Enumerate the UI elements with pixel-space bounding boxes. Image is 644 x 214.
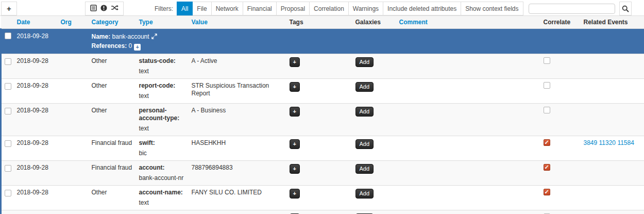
attribute-category: Financial fraud — [89, 161, 136, 186]
list-icon[interactable] — [90, 5, 97, 13]
attribute-comment — [396, 54, 540, 79]
toolbar-icon-group — [85, 2, 124, 15]
add-tag-button[interactable]: + — [290, 189, 300, 199]
attribute-comment — [396, 210, 540, 214]
attribute-org — [58, 136, 89, 161]
column-header-type[interactable]: Type — [136, 16, 189, 29]
attribute-org — [58, 186, 89, 210]
related-event-link[interactable]: 3849 — [584, 139, 598, 146]
add-galaxy-button[interactable]: Add — [355, 189, 374, 199]
object-name: bank-account — [112, 33, 149, 40]
related-event-link[interactable]: 11320 — [599, 139, 616, 146]
related-events-cell — [581, 54, 644, 79]
attribute-value: FANY SILU CO. LIMITED — [189, 186, 286, 210]
correlate-checkbox[interactable] — [544, 107, 550, 113]
add-galaxy-button[interactable]: Add — [355, 57, 374, 67]
filter-tab-financial[interactable]: Financial — [243, 2, 277, 15]
add-tag-button[interactable]: + — [290, 139, 300, 149]
column-header-org[interactable]: Org — [58, 16, 89, 29]
correlate-checkbox[interactable] — [544, 189, 550, 195]
attribute-comment — [396, 79, 540, 104]
attribute-org — [58, 54, 89, 79]
add-galaxy-button[interactable]: Add — [355, 107, 374, 117]
attribute-type: swift:bic — [136, 136, 189, 161]
filter-tab-network[interactable]: Network — [212, 2, 243, 15]
filter-tab-include-deleted[interactable]: Include deleted attributes — [383, 2, 461, 15]
correlate-checkbox[interactable] — [544, 164, 550, 171]
related-events-cell — [581, 210, 644, 214]
column-header-tags: Tags — [286, 16, 352, 29]
column-header-comment[interactable]: Comment — [396, 16, 540, 29]
attribute-row: 2018-09-28 Other report-code:text STR Su… — [1, 79, 644, 104]
attribute-org — [58, 79, 89, 104]
add-attribute-button[interactable]: + — [1, 2, 17, 15]
filter-tab-show-context[interactable]: Show context fields — [461, 2, 523, 15]
attribute-category: Other — [89, 186, 136, 210]
add-tag-button[interactable]: + — [290, 82, 300, 92]
attribute-org — [58, 104, 89, 136]
column-header-category[interactable]: Category — [89, 16, 136, 29]
filter-tab-proposal[interactable]: Proposal — [277, 2, 310, 15]
select-attribute-checkbox[interactable] — [5, 83, 11, 90]
column-header-date[interactable]: Date — [14, 16, 58, 29]
filter-tab-file[interactable]: File — [193, 2, 211, 15]
column-header-value[interactable]: Value — [189, 16, 286, 29]
column-header-correlate: Correlate — [540, 16, 581, 29]
attribute-type: status-code:text — [136, 54, 189, 79]
related-events-cell — [581, 186, 644, 210]
add-galaxy-button[interactable]: Add — [355, 82, 374, 92]
attribute-row: 2018-09-28 Other account-name:text FANY … — [1, 186, 644, 210]
select-attribute-checkbox[interactable] — [5, 108, 11, 114]
search-wrap — [523, 2, 619, 15]
object-references-label: References: — [92, 42, 127, 50]
attribute-category: Financial fraud — [89, 136, 136, 161]
select-attribute-checkbox[interactable] — [5, 140, 11, 147]
select-object-checkbox[interactable] — [5, 32, 11, 39]
add-tag-button[interactable]: + — [290, 164, 300, 174]
attribute-type: account:bank-account-nr — [136, 161, 189, 186]
attribute-category: Other — [89, 79, 136, 104]
filter-tab-warnings[interactable]: Warnings — [349, 2, 383, 15]
attribute-date: 2018-09-28 — [14, 161, 58, 186]
add-galaxy-button[interactable]: Add — [355, 164, 374, 174]
attribute-org — [58, 161, 89, 186]
related-event-link[interactable]: 11584 — [617, 139, 634, 146]
resize-arrows-icon[interactable] — [151, 34, 157, 41]
column-header-galaxies: Galaxies — [352, 16, 396, 29]
attribute-org — [58, 210, 89, 214]
shuffle-icon[interactable] — [111, 5, 118, 12]
attribute-value: A - Active — [189, 54, 286, 79]
table-header-row: Date Org Category Type Value Tags Galaxi… — [1, 16, 644, 29]
add-tag-button[interactable]: + — [290, 57, 300, 67]
select-attribute-checkbox[interactable] — [5, 190, 11, 196]
object-header-row: 2018-09-28 Name: bank-account References… — [1, 29, 644, 54]
attribute-type: report-code:text — [136, 79, 189, 104]
filter-tab-all[interactable]: All — [177, 2, 193, 15]
attribute-value: 788796894883 — [189, 161, 286, 186]
attribute-row: 2018-09-28 Financial fraud swift:bic HAS… — [1, 136, 644, 161]
attributes-table: Date Org Category Type Value Tags Galaxi… — [0, 16, 644, 214]
attribute-type: currency-code:text — [136, 210, 189, 214]
correlate-checkbox[interactable] — [544, 139, 550, 146]
exclamation-circle-icon[interactable] — [100, 5, 107, 13]
related-events-cell: 3849 11320 11584 — [581, 136, 644, 161]
plus-square-icon[interactable]: + — [134, 44, 141, 51]
filter-tab-correlation[interactable]: Correlation — [310, 2, 349, 15]
correlate-checkbox[interactable] — [544, 82, 550, 89]
attribute-date: 2018-09-28 — [14, 136, 58, 161]
attribute-row: 2018-09-28 Financial fraud account:bank-… — [1, 161, 644, 186]
magnifier-icon[interactable] — [619, 2, 632, 15]
column-header-related-events: Related Events — [581, 16, 644, 29]
attribute-row: 2018-09-28 Other personal-account-type:t… — [1, 104, 644, 136]
attribute-type: account-name:text — [136, 186, 189, 210]
search-input[interactable] — [529, 4, 615, 14]
select-attribute-checkbox[interactable] — [5, 165, 11, 172]
add-galaxy-button[interactable]: Add — [355, 139, 374, 149]
correlate-checkbox[interactable] — [544, 57, 550, 64]
object-references-count: 0 — [129, 42, 132, 50]
add-tag-button[interactable]: + — [290, 107, 300, 117]
select-attribute-checkbox[interactable] — [5, 58, 11, 65]
attribute-value: USD — [189, 210, 286, 214]
attribute-date: 2018-09-28 — [14, 79, 58, 104]
filter-tabs: Filters: All File Network Financial Prop… — [155, 2, 632, 15]
